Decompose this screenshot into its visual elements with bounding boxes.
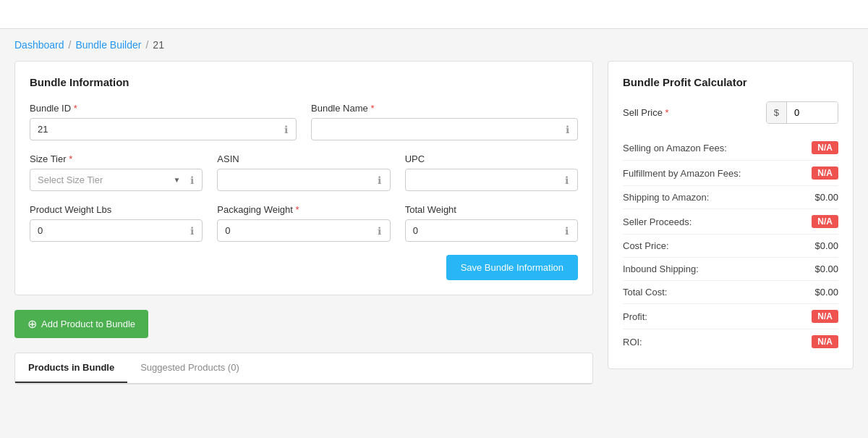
total-cost-value: $0.00 <box>814 287 838 298</box>
bundle-name-info-icon[interactable]: ℹ <box>557 119 577 140</box>
packaging-weight-info-icon[interactable]: ℹ <box>370 220 390 241</box>
size-tier-required: * <box>69 153 72 164</box>
sell-price-row: Sell Price * $ <box>623 101 838 124</box>
add-product-button[interactable]: ⊕ Add Product to Bundle <box>14 310 148 338</box>
calc-row-total-cost: Total Cost: $0.00 <box>623 281 838 304</box>
amazon-fees-label: Selling on Amazon Fees: <box>623 143 727 153</box>
roi-label: ROI: <box>623 337 642 348</box>
calc-row-roi: ROI: N/A <box>623 329 838 354</box>
calc-row-profit: Profit: N/A <box>623 304 838 329</box>
size-tier-info-icon[interactable]: ℹ <box>182 169 202 190</box>
tab-suggested-products[interactable]: Suggested Products (0) <box>127 353 252 383</box>
upc-input-wrapper: ℹ <box>405 169 578 191</box>
sell-price-input-wrapper: $ <box>766 101 838 124</box>
sell-price-label: Sell Price * <box>623 107 759 118</box>
shipping-value: $0.00 <box>814 192 838 203</box>
cost-price-label: Cost Price: <box>623 240 669 251</box>
packaging-weight-input[interactable] <box>218 220 369 241</box>
packaging-weight-label: Packaging Weight * <box>217 204 390 215</box>
breadcrumb: Dashboard / Bundle Builder / 21 <box>0 29 868 61</box>
calc-row-cost-price: Cost Price: $0.00 <box>623 235 838 258</box>
total-weight-label: Total Weight <box>405 204 578 215</box>
bundle-id-input-wrapper: ℹ <box>30 118 297 140</box>
form-actions: Save Bundle Information <box>30 255 578 280</box>
sell-price-required: * <box>665 107 669 118</box>
tabs-section: Products in Bundle Suggested Products (0… <box>14 353 593 384</box>
packaging-weight-input-wrapper: ℹ <box>217 219 390 242</box>
tab-products-in-bundle[interactable]: Products in Bundle <box>15 353 127 383</box>
bundle-id-input[interactable] <box>30 119 276 140</box>
bundle-name-group: Bundle Name * ℹ <box>311 103 578 140</box>
calc-title: Bundle Profit Calculator <box>623 76 838 88</box>
profit-value: N/A <box>812 310 838 323</box>
profit-label: Profit: <box>623 311 647 322</box>
seller-proceeds-label: Seller Proceeds: <box>623 216 692 227</box>
fba-fees-value: N/A <box>812 167 838 180</box>
form-row-3: Product Weight Lbs ℹ Packaging Weight * … <box>30 204 578 242</box>
size-tier-group: Size Tier * Select Size Tier Small Stand… <box>30 153 203 191</box>
bundle-id-label: Bundle ID * <box>30 103 297 114</box>
right-panel: Bundle Profit Calculator Sell Price * $ … <box>608 61 854 384</box>
shipping-label: Shipping to Amazon: <box>623 192 709 203</box>
asin-info-icon[interactable]: ℹ <box>370 169 390 190</box>
calc-row-seller-proceeds: Seller Proceeds: N/A <box>623 209 838 235</box>
size-tier-select[interactable]: Select Size Tier Small Standard Large St… <box>30 169 182 190</box>
asin-label: ASIN <box>217 153 390 164</box>
breadcrumb-bundle-builder[interactable]: Bundle Builder <box>75 39 141 51</box>
total-cost-label: Total Cost: <box>623 287 667 298</box>
tabs-header: Products in Bundle Suggested Products (0… <box>15 353 592 384</box>
cost-price-value: $0.00 <box>814 240 838 251</box>
calc-row-fba-fees: Fulfillment by Amazon Fees: N/A <box>623 161 838 186</box>
bundle-name-required: * <box>370 103 374 114</box>
size-tier-select-wrapper: Select Size Tier Small Standard Large St… <box>30 169 203 191</box>
calculator-card: Bundle Profit Calculator Sell Price * $ … <box>608 61 854 369</box>
product-weight-input[interactable] <box>30 220 182 241</box>
bundle-name-label: Bundle Name * <box>311 103 578 114</box>
upc-group: UPC ℹ <box>405 153 578 191</box>
breadcrumb-current: 21 <box>153 39 164 51</box>
currency-symbol: $ <box>767 102 787 123</box>
inbound-shipping-value: $0.00 <box>814 264 838 274</box>
total-weight-info-icon[interactable]: ℹ <box>557 220 577 241</box>
bundle-name-input[interactable] <box>312 119 557 140</box>
upc-label: UPC <box>405 153 578 164</box>
seller-proceeds-value: N/A <box>812 215 838 228</box>
product-weight-label: Product Weight Lbs <box>30 204 203 215</box>
total-weight-input[interactable] <box>406 220 557 241</box>
form-row-1: Bundle ID * ℹ Bundle Name * <box>30 103 578 140</box>
add-circle-icon: ⊕ <box>27 317 37 331</box>
product-weight-input-wrapper: ℹ <box>30 219 203 242</box>
fba-fees-label: Fulfillment by Amazon Fees: <box>623 168 741 179</box>
top-bar <box>0 0 868 29</box>
asin-group: ASIN ℹ <box>217 153 390 191</box>
bundle-info-card: Bundle Information Bundle ID * ℹ Bundle … <box>14 61 593 295</box>
amazon-fees-value: N/A <box>812 141 838 154</box>
product-weight-group: Product Weight Lbs ℹ <box>30 204 203 242</box>
bundle-id-info-icon[interactable]: ℹ <box>276 119 296 140</box>
inbound-shipping-label: Inbound Shipping: <box>623 264 699 274</box>
calc-row-amazon-fees: Selling on Amazon Fees: N/A <box>623 135 838 161</box>
asin-input[interactable] <box>218 169 369 190</box>
form-row-2: Size Tier * Select Size Tier Small Stand… <box>30 153 578 191</box>
asin-input-wrapper: ℹ <box>217 169 390 191</box>
calc-rows: Selling on Amazon Fees: N/A Fulfillment … <box>623 135 838 354</box>
product-weight-info-icon[interactable]: ℹ <box>182 220 202 241</box>
save-bundle-button[interactable]: Save Bundle Information <box>446 255 578 280</box>
bundle-id-required: * <box>74 103 77 114</box>
upc-info-icon[interactable]: ℹ <box>557 169 577 190</box>
total-weight-group: Total Weight ℹ <box>405 204 578 242</box>
size-tier-label: Size Tier * <box>30 153 203 164</box>
bundle-name-input-wrapper: ℹ <box>311 118 578 140</box>
bundle-id-group: Bundle ID * ℹ <box>30 103 297 140</box>
roi-value: N/A <box>812 335 838 348</box>
sell-price-input[interactable] <box>787 102 838 123</box>
bundle-info-title: Bundle Information <box>30 76 578 88</box>
total-weight-input-wrapper: ℹ <box>405 219 578 242</box>
packaging-weight-required: * <box>296 204 299 215</box>
calc-row-inbound-shipping: Inbound Shipping: $0.00 <box>623 258 838 281</box>
upc-input[interactable] <box>406 169 557 190</box>
calc-row-shipping: Shipping to Amazon: $0.00 <box>623 186 838 209</box>
breadcrumb-sep-2: / <box>145 39 148 51</box>
breadcrumb-sep-1: / <box>69 39 72 51</box>
breadcrumb-dashboard[interactable]: Dashboard <box>14 39 64 51</box>
